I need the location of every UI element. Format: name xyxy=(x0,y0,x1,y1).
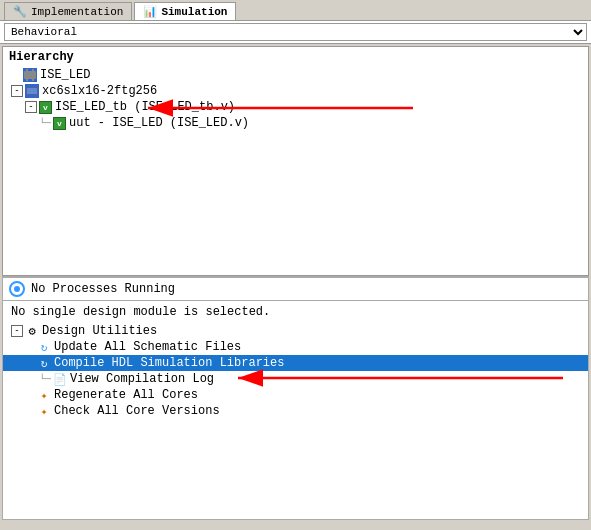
hierarchy-panel: Hierarchy ISE_LED - xc6slx16-2ftg256 - v… xyxy=(2,46,589,276)
doc-icon: 📄 xyxy=(53,372,67,386)
tab-simulation-label: Simulation xyxy=(161,6,227,18)
tree-item-uut[interactable]: └─ v uut - ISE_LED (ISE_LED.v) xyxy=(3,115,588,131)
hierarchy-title: Hierarchy xyxy=(3,47,588,67)
spark-icon-check: ✦ xyxy=(37,404,51,418)
status-bar: No Processes Running xyxy=(2,276,589,300)
gear-icon: ⚙ xyxy=(25,324,39,338)
status-icon xyxy=(9,281,25,297)
ise-led-label: ISE_LED xyxy=(40,68,90,82)
behavioral-dropdown[interactable]: Behavioral Post-Synthesis Post-Implement… xyxy=(4,23,587,41)
svg-rect-6 xyxy=(28,85,30,88)
regenerate-label: Regenerate All Cores xyxy=(54,388,198,402)
implementation-icon: 🔧 xyxy=(13,5,27,18)
design-utilities-expand[interactable]: - xyxy=(11,325,23,337)
dropdown-bar: Behavioral Post-Synthesis Post-Implement… xyxy=(0,21,591,44)
svg-rect-9 xyxy=(34,94,36,97)
tab-simulation[interactable]: 📊 Simulation xyxy=(134,2,236,20)
tree-item-check-cores[interactable]: ✦ Check All Core Versions xyxy=(3,403,588,419)
tab-implementation[interactable]: 🔧 Implementation xyxy=(4,2,132,20)
svg-rect-10 xyxy=(27,88,37,94)
svg-rect-4 xyxy=(32,78,34,81)
svg-rect-7 xyxy=(34,85,36,88)
svg-rect-3 xyxy=(26,78,28,81)
simulation-icon: 📊 xyxy=(143,5,157,18)
tree-item-compile-hdl[interactable]: ↻ Compile HDL Simulation Libraries xyxy=(3,355,588,371)
xc6s-label: xc6slx16-2ftg256 xyxy=(42,84,157,98)
xc6s-expand[interactable]: - xyxy=(11,85,23,97)
tree-item-ise-led[interactable]: ISE_LED xyxy=(3,67,588,83)
svg-rect-8 xyxy=(28,94,30,97)
view-log-label: View Compilation Log xyxy=(70,372,214,386)
processes-panel: No single design module is selected. - ⚙… xyxy=(2,300,589,520)
status-text: No Processes Running xyxy=(31,282,175,296)
tree-item-view-log[interactable]: └─ 📄 View Compilation Log xyxy=(3,371,588,387)
refresh-icon-update: ↻ xyxy=(37,340,51,354)
uut-tree-connector: └─ xyxy=(39,118,51,129)
design-utilities-label: Design Utilities xyxy=(42,324,157,338)
tab-bar: 🔧 Implementation 📊 Simulation xyxy=(0,0,591,21)
tree-item-ise-led-tb[interactable]: - v ISE_LED_tb (ISE_LED_tb.v) xyxy=(3,99,588,115)
view-log-connector: └─ xyxy=(39,374,51,385)
svg-rect-2 xyxy=(32,69,34,72)
chip-icon-xc6s xyxy=(25,84,39,98)
no-module-text: No single design module is selected. xyxy=(3,301,588,323)
refresh-icon-compile: ↻ xyxy=(37,356,51,370)
tab-implementation-label: Implementation xyxy=(31,6,123,18)
svg-rect-0 xyxy=(24,71,36,79)
tree-item-update-schematic[interactable]: ↻ Update All Schematic Files xyxy=(3,339,588,355)
status-icon-inner xyxy=(14,286,20,292)
spark-icon-regenerate: ✦ xyxy=(37,388,51,402)
tree-item-regenerate[interactable]: ✦ Regenerate All Cores xyxy=(3,387,588,403)
update-schematic-label: Update All Schematic Files xyxy=(54,340,241,354)
check-cores-label: Check All Core Versions xyxy=(54,404,220,418)
uut-label: uut - ISE_LED (ISE_LED.v) xyxy=(69,116,249,130)
chip-icon-ise-led xyxy=(23,68,37,82)
ise-led-tb-expand[interactable]: - xyxy=(25,101,37,113)
svg-rect-1 xyxy=(26,69,28,72)
v-icon-ise-led-tb: v xyxy=(39,101,52,114)
tree-item-design-utilities[interactable]: - ⚙ Design Utilities xyxy=(3,323,588,339)
v-icon-uut: v xyxy=(53,117,66,130)
tree-item-xc6s[interactable]: - xc6slx16-2ftg256 xyxy=(3,83,588,99)
compile-hdl-label: Compile HDL Simulation Libraries xyxy=(54,356,284,370)
ise-led-tb-label: ISE_LED_tb (ISE_LED_tb.v) xyxy=(55,100,235,114)
